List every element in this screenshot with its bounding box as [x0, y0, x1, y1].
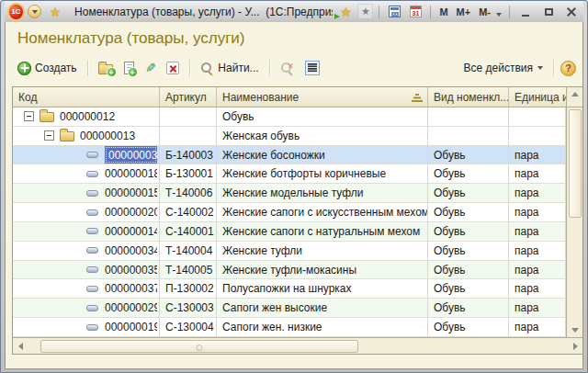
- tree-collapse-icon[interactable]: [24, 111, 34, 121]
- table-row[interactable]: 000000035 Т-140005 Женские туфли-мокасин…: [13, 261, 566, 280]
- cell-unit: пара: [509, 299, 566, 317]
- main-menu-button[interactable]: [27, 3, 43, 20]
- column-header-code[interactable]: Код: [13, 87, 160, 107]
- column-header-name[interactable]: Наименование: [217, 87, 428, 107]
- create-group-button[interactable]: [95, 60, 117, 76]
- find-button[interactable]: Найти...: [197, 60, 262, 77]
- cell-kind: Обувь: [428, 318, 509, 336]
- horizontal-scrollbar-thumb[interactable]: [40, 340, 358, 353]
- sort-indicator-icon: [412, 94, 423, 102]
- all-actions-button[interactable]: Все действия: [460, 60, 547, 76]
- cell-kind: [428, 127, 509, 145]
- vertical-scrollbar-top[interactable]: [566, 87, 582, 107]
- cell-code: 000000019: [13, 318, 160, 336]
- cell-kind: [428, 107, 509, 126]
- window-titlebar[interactable]: 1С ★ Номенклатура (товары, услуги) - У..…: [5, 1, 583, 22]
- cell-article: С-140002: [160, 203, 217, 221]
- copy-item-button[interactable]: [120, 60, 138, 76]
- cell-name: Женская обувь: [217, 127, 428, 145]
- folder-icon: [40, 112, 54, 122]
- table-row[interactable]: 000000029 С-130003 Сапоги жен высокие Об…: [13, 299, 566, 318]
- table-row[interactable]: 000000037 П-130002 Полусапожки на шнурка…: [13, 279, 566, 299]
- close-button[interactable]: [561, 4, 582, 20]
- clear-find-button[interactable]: ✕: [277, 60, 298, 77]
- client-area: Номенклатура (товары, услуги) Создать ✎: [5, 22, 583, 369]
- item-icon: [86, 228, 98, 234]
- memory-m-plus-button[interactable]: M+: [454, 6, 474, 17]
- table-body: 000000012 Обувь 000000013 Женская обувь …: [13, 107, 566, 337]
- cell-article: Т-140006: [160, 184, 217, 202]
- cell-name: Женские сапоги с натуральным мехом: [217, 222, 428, 241]
- cell-unit: [509, 107, 566, 126]
- item-icon: [86, 190, 98, 197]
- cell-code: 000000018: [13, 164, 160, 183]
- calculator-button[interactable]: [385, 3, 403, 20]
- item-icon: [86, 324, 98, 331]
- window-title: Номенклатура (товары, услуги) - У... (1С…: [74, 6, 333, 18]
- cell-code: 000000037: [13, 279, 160, 298]
- cell-kind: Обувь: [428, 279, 509, 298]
- cell-unit: пара: [509, 279, 566, 298]
- favorites-list-button[interactable]: ★: [357, 4, 373, 19]
- minimize-button[interactable]: [515, 4, 536, 20]
- star-disabled-icon: ★: [361, 6, 370, 17]
- more-tools-chevron-icon[interactable]: [496, 13, 502, 17]
- tree-collapse-icon[interactable]: [44, 130, 54, 141]
- cell-code: 000000013: [13, 127, 160, 145]
- add-to-favorites-button[interactable]: ★: [336, 3, 355, 20]
- help-button[interactable]: ?: [560, 61, 576, 76]
- column-header-kind[interactable]: Вид номенкл...: [428, 87, 509, 107]
- column-header-article[interactable]: Артикул: [160, 87, 217, 107]
- cell-article: Т-140004: [160, 242, 217, 260]
- column-header-unit[interactable]: Единица и: [509, 87, 566, 107]
- code-value: 000000034: [105, 244, 157, 257]
- cell-kind: Обувь: [428, 203, 509, 221]
- cell-article: [160, 127, 217, 145]
- item-icon: [86, 305, 98, 311]
- cell-article: С-130003: [160, 299, 217, 317]
- cell-unit: пара: [509, 146, 566, 164]
- create-button[interactable]: Создать: [14, 60, 81, 77]
- horizontal-scrollbar[interactable]: [13, 337, 582, 354]
- cell-name: Сапоги жен высокие: [217, 299, 428, 317]
- table-row[interactable]: 000000012 Обувь: [13, 107, 566, 127]
- scroll-right-button[interactable]: [568, 338, 582, 354]
- 1c-logo-icon[interactable]: 1С: [9, 5, 23, 19]
- scroll-up-icon: [571, 92, 579, 96]
- item-icon: [86, 247, 98, 254]
- cell-code: 000000014: [13, 222, 160, 241]
- scroll-left-icon: [18, 343, 23, 350]
- calendar-button[interactable]: 31: [406, 3, 424, 20]
- edit-button[interactable]: ✎: [141, 60, 160, 76]
- table-row[interactable]: 000000019 С-130004 Сапоги жен. низкие Об…: [13, 318, 566, 337]
- scroll-left-button[interactable]: [13, 338, 28, 354]
- code-value: 000000037: [105, 282, 157, 295]
- maximize-button[interactable]: [538, 4, 559, 20]
- favorites-star-button[interactable]: ★: [47, 3, 63, 20]
- table-row[interactable]: 000000015 Т-140006 Женские модельные туф…: [13, 184, 566, 203]
- table-row[interactable]: 000000014 С-140001 Женские сапоги с нату…: [13, 222, 566, 242]
- code-value: 000000035: [105, 264, 157, 277]
- table-row[interactable]: 000000032 Б-140003 Женские босоножки Обу…: [13, 146, 566, 165]
- memory-m-button[interactable]: M: [436, 6, 450, 17]
- table-row[interactable]: 000000018 Б-130001 Женские ботфорты кори…: [13, 164, 566, 184]
- cell-name: Полусапожки на шнурках: [217, 279, 428, 298]
- vertical-scrollbar[interactable]: [566, 107, 582, 337]
- search-clear-icon: ✕: [280, 62, 294, 75]
- vertical-scrollbar-thumb[interactable]: [569, 109, 582, 218]
- delete-button[interactable]: [163, 60, 183, 76]
- code-value: 000000032: [105, 146, 157, 164]
- scroll-right-icon: [573, 343, 578, 350]
- cell-unit: пара: [509, 222, 566, 241]
- memory-m-minus-button[interactable]: M-: [476, 6, 493, 17]
- table-row[interactable]: 000000034 Т-140004 Женские туфли Обувь п…: [13, 242, 566, 261]
- list-view-button[interactable]: [301, 59, 323, 77]
- table-row[interactable]: 000000020 С-140002 Женские сапоги с иску…: [13, 203, 566, 222]
- cell-name: Женские сапоги с искусственным мехом: [217, 203, 428, 221]
- table-row[interactable]: 000000013 Женская обувь: [13, 127, 566, 146]
- document-plus-icon: [124, 62, 134, 74]
- item-icon: [86, 209, 98, 216]
- code-value: 000000012: [60, 110, 115, 123]
- cell-article: С-140001: [160, 222, 217, 241]
- maximize-icon: [545, 8, 553, 16]
